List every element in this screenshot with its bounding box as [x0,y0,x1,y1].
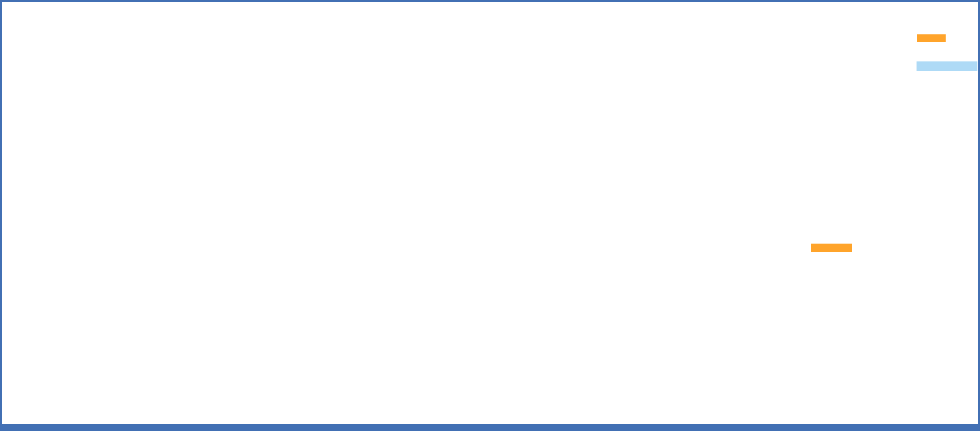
macd-label-row [13,331,47,337]
date-badge [811,244,852,252]
current-price-marker [917,61,977,71]
marked-price-badge [917,34,946,42]
candlestick-chart-canvas[interactable] [0,0,980,431]
app-window [0,0,980,431]
rsi-label-row [13,383,22,390]
